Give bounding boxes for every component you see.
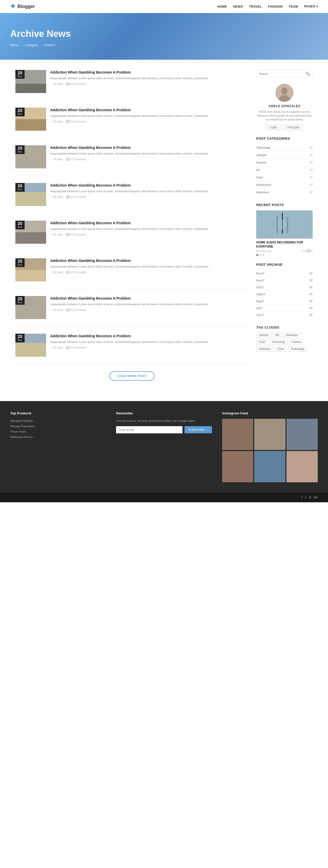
tag-item[interactable]: Fashion [289, 339, 304, 345]
twitter-social-icon[interactable]: t [305, 496, 306, 499]
newsletter-email-input[interactable] [116, 426, 183, 433]
archive-item[interactable]: Jul17 37 [256, 305, 313, 312]
category-item[interactable]: Fashion 37 [256, 159, 313, 166]
nav-news[interactable]: NEWS [233, 5, 243, 8]
post-thumbnail: 20 Dec [15, 70, 46, 93]
post-title[interactable]: Addiction When Gambling Becomes A Proble… [50, 70, 249, 74]
nav-fashion[interactable]: FASHION [268, 5, 283, 8]
instagram-thumb[interactable] [254, 451, 286, 482]
dot-inactive[interactable] [262, 254, 264, 255]
nav-travel[interactable]: TRAVEL [249, 5, 262, 8]
post-excerpt: inappropriate behavior Lorem ipsum dolor… [50, 227, 249, 231]
load-more-section: LOAD MORE POST [15, 371, 249, 380]
post-title[interactable]: Addiction When Gambling Becomes A Proble… [50, 221, 249, 225]
tag-item[interactable]: Food [256, 339, 268, 345]
archive-item[interactable]: Sept17 37 [256, 291, 313, 298]
post-title[interactable]: Addiction When Gambling Becomes A Proble… [50, 183, 249, 188]
tag-clouds-title: TAG CLOUDS [256, 326, 313, 329]
instagram-thumb[interactable] [254, 419, 286, 450]
heart-icon: ♡ 06 Likes [50, 120, 63, 123]
svg-point-7 [278, 219, 286, 229]
post-title[interactable]: Addiction When Gambling Becomes A Proble… [50, 334, 249, 338]
category-item[interactable]: Technology 37 [256, 144, 313, 151]
post-card: 20 Dec Addiction When Gambling Becomes A… [15, 221, 249, 251]
post-title[interactable]: Addiction When Gambling Becomes A Proble… [50, 258, 249, 263]
like-button[interactable]: f LIKE [266, 125, 281, 130]
archive-item[interactable]: Nov17 37 [256, 277, 313, 284]
tag-item[interactable]: Food [275, 346, 287, 351]
dot-active[interactable] [256, 254, 258, 255]
posts-column: 20 Dec Addiction When Gambling Becomes A… [15, 70, 249, 391]
tag-item[interactable]: Art [273, 332, 282, 338]
footer-bottom: f t ♥ Be [0, 493, 328, 502]
post-meta: ♡ 06 Likes 💬 02 Comments [50, 120, 249, 123]
pinterest-social-icon[interactable]: ♥ [309, 496, 311, 499]
instagram-thumb[interactable] [287, 451, 318, 482]
footer-col-products: Top Products Managed Website Manage Repu… [10, 411, 106, 482]
tag-item[interactable]: Adventure [283, 332, 301, 338]
post-title[interactable]: Addiction When Gambling Becomes A Proble… [50, 145, 249, 150]
post-meta: ♡ 06 Likes 💬 02 Comments [50, 233, 249, 236]
archive-item[interactable]: Aug17 37 [256, 298, 313, 305]
instagram-thumb[interactable] [287, 419, 318, 450]
brand[interactable]: ❖ Blogger [10, 3, 35, 10]
nav-team[interactable]: TEAM [289, 5, 298, 8]
author-name: ADELE GONZALEZ [256, 104, 313, 108]
instagram-thumb[interactable] [222, 451, 254, 482]
category-item[interactable]: Lifestyle 37 [256, 151, 313, 159]
breadcrumb-category[interactable]: Category [25, 43, 38, 47]
follow-button[interactable]: t FOLLOW [283, 125, 303, 130]
category-item[interactable]: Food 37 [256, 174, 313, 181]
tag-item[interactable]: Technology [288, 346, 307, 351]
search-input[interactable] [259, 72, 305, 75]
load-more-button[interactable]: LOAD MORE POST [109, 371, 155, 380]
tag-item[interactable]: Adventure [256, 346, 274, 351]
breadcrumb-home[interactable]: Home [10, 43, 19, 47]
comment-icon: 💬 02 Comments [66, 158, 86, 161]
footer-link[interactable]: Manage Reputation [10, 425, 35, 428]
comment-icon: 💬 02 Comments [66, 346, 86, 349]
post-title[interactable]: Addiction When Gambling Becomes A Proble… [50, 107, 249, 112]
behance-social-icon[interactable]: Be [314, 496, 318, 499]
nav-home[interactable]: HOME [217, 5, 227, 8]
category-list: Technology 37 Lifestyle 37 Fashion 37 Ar… [256, 144, 313, 196]
post-excerpt: inappropriate behavior Lorem ipsum dolor… [50, 340, 249, 344]
post-excerpt: inappropriate behavior Lorem ipsum dolor… [50, 151, 249, 156]
category-item[interactable]: Adventure 37 [256, 189, 313, 196]
categories-title: POST CATEGORIES [256, 136, 313, 141]
twitter-icon: t [287, 126, 288, 129]
post-card: 20 Dec Addiction When Gambling Becomes A… [15, 183, 249, 214]
facebook-icon: f [270, 126, 270, 129]
newsletter-subscribe-button[interactable]: SUBSCRIBE → [185, 426, 212, 433]
archive-item[interactable]: Oct17 37 [256, 284, 313, 291]
post-info: Addiction When Gambling Becomes A Proble… [50, 145, 249, 168]
post-thumbnail: 20 Dec [15, 145, 46, 168]
tag-item[interactable]: Technology [269, 339, 288, 345]
heart-icon: ♡ 06 Likes [50, 233, 63, 236]
post-excerpt: inappropriate behavior Lorem ipsum dolor… [50, 114, 249, 118]
post-card: 20 Dec Addiction When Gambling Becomes A… [15, 296, 249, 327]
breadcrumb-fashion[interactable]: Fashion [44, 43, 55, 47]
post-date-badge: 20 Dec [15, 70, 25, 79]
archive-item[interactable]: Jun17 37 [256, 312, 313, 318]
instagram-thumb[interactable] [222, 419, 254, 450]
dot-inactive[interactable] [259, 254, 261, 255]
carousel-dots [256, 254, 313, 255]
archive-item[interactable]: Dec17 37 [256, 270, 313, 277]
recent-post-title[interactable]: HOME AUDIO RECORDING FOR EVERYONE [256, 241, 313, 249]
post-title[interactable]: Addiction When Gambling Becomes A Proble… [50, 296, 249, 301]
category-item[interactable]: Art 37 [256, 166, 313, 174]
svg-rect-6 [287, 217, 288, 234]
post-info: Addiction When Gambling Becomes A Proble… [50, 70, 249, 93]
footer-link[interactable]: Managed Website [10, 419, 33, 422]
post-thumbnail: 20 Dec [15, 107, 46, 131]
nav-pages[interactable]: PAGES ▾ [304, 5, 318, 8]
tag-item[interactable]: Lifestyle [256, 332, 271, 338]
category-item[interactable]: Architecture 37 [256, 181, 313, 189]
footer-link[interactable]: Marketing Service [10, 435, 33, 438]
comment-icon: 💬 02 Comments [66, 195, 86, 198]
heart-icon: ♡ 06 Likes [50, 309, 63, 311]
categories-section: POST CATEGORIES Technology 37 Lifestyle … [256, 136, 313, 196]
footer-link[interactable]: Power Tools [10, 430, 26, 433]
facebook-social-icon[interactable]: f [301, 496, 302, 499]
